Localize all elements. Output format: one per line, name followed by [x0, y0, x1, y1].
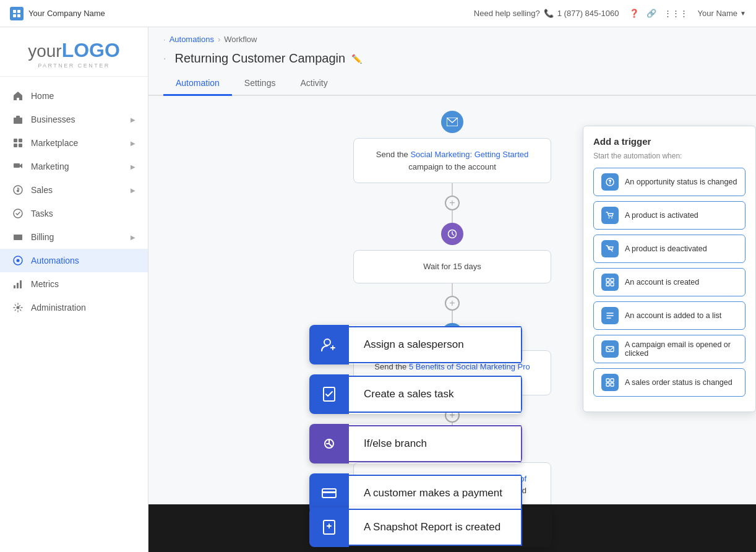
svg-rect-5: [16, 116, 20, 118]
home-icon: [12, 90, 24, 101]
sales-expand: ▶: [131, 187, 135, 194]
svg-rect-14: [14, 236, 22, 238]
question-icon[interactable]: ❓: [629, 9, 639, 18]
topbar: Your Company Name Need help selling? 📞 1…: [0, 0, 756, 27]
trigger-campaign-email-label: A campaign email is opened or clicked: [625, 340, 737, 358]
connector-top: [441, 111, 463, 138]
main-content: · Automations › Workflow · Returning Cus…: [148, 27, 756, 552]
sidebar-item-home[interactable]: Home: [0, 84, 148, 108]
sidebar-item-automations[interactable]: Automations: [0, 249, 148, 272]
snapshot-report-button[interactable]: A Snapshot Report is created: [309, 507, 552, 547]
trigger-product-activated[interactable]: A product is activated: [593, 201, 745, 230]
sidebar-logo: yourLOGO PARTNER CENTER: [0, 27, 148, 77]
assign-salesperson-button[interactable]: Assign a salesperson: [309, 325, 522, 364]
sidebar-item-billing[interactable]: Billing ▶: [0, 225, 148, 249]
user-chevron: ▼: [740, 10, 746, 17]
action-overlays: Assign a salesperson Create a sales task: [309, 325, 522, 513]
sidebar-item-tasks[interactable]: Tasks: [0, 202, 148, 225]
metrics-icon: [12, 278, 24, 290]
businesses-expand: ▶: [131, 116, 135, 123]
step1-icon-circle: [441, 111, 463, 133]
edit-title-icon[interactable]: ✏️: [351, 54, 362, 64]
svg-rect-7: [19, 139, 22, 142]
trigger-product-deactivated-label: A product is deactivated: [625, 244, 707, 253]
tab-settings[interactable]: Settings: [232, 72, 288, 96]
add-btn-2[interactable]: +: [445, 296, 460, 311]
assign-salesperson-label: Assign a salesperson: [349, 326, 522, 363]
trigger-campaign-email[interactable]: A campaign email is opened or clicked: [593, 335, 745, 363]
sidebar-item-businesses[interactable]: Businesses ▶: [0, 108, 148, 131]
customer-payment-label: A customer makes a payment: [349, 475, 522, 512]
svg-rect-34: [611, 379, 614, 382]
assign-salesperson-icon: [309, 325, 349, 364]
create-sales-task-label: Create a sales task: [349, 376, 522, 413]
create-sales-task-button[interactable]: Create a sales task: [309, 374, 522, 414]
trigger-product-deactivated[interactable]: A product is deactivated: [593, 235, 745, 263]
sales-icon: [12, 184, 24, 196]
trigger-opp-status[interactable]: An opportunity status is changed: [593, 168, 745, 196]
svg-rect-1: [17, 10, 20, 13]
svg-point-16: [17, 259, 20, 262]
trigger-account-created[interactable]: An account is created: [593, 268, 745, 296]
trigger-account-list-label: An account is added to a list: [625, 311, 721, 320]
sidebar-item-metrics[interactable]: Metrics: [0, 272, 148, 296]
administration-icon: [12, 302, 24, 313]
partner-center-label: PARTNER CENTER: [10, 63, 138, 69]
trigger-product-activated-label: A product is activated: [625, 211, 698, 220]
sidebar-item-marketplace[interactable]: Marketplace ▶: [0, 131, 148, 155]
sidebar-item-marketing[interactable]: Marketing ▶: [0, 155, 148, 178]
grid-icon[interactable]: ⋮⋮⋮: [664, 9, 688, 18]
billing-expand: ▶: [131, 234, 135, 241]
marketplace-icon: [12, 137, 24, 149]
svg-rect-0: [13, 10, 16, 13]
nav-label-administration: Administration: [31, 303, 86, 313]
tab-automation[interactable]: Automation: [163, 72, 232, 96]
svg-rect-19: [20, 280, 22, 288]
nav-label-billing: Billing: [31, 232, 54, 242]
line-2b: [452, 311, 453, 323]
breadcrumb-separator: ·: [163, 35, 166, 44]
user-name: Your Name: [698, 9, 738, 18]
trigger-panel-subtitle: Start the automation when:: [593, 152, 745, 160]
trigger-opp-status-label: An opportunity status is changed: [625, 178, 737, 186]
create-sales-task-icon: [309, 374, 349, 414]
link-icon[interactable]: 🔗: [646, 9, 656, 18]
sidebar-item-sales[interactable]: Sales ▶: [0, 178, 148, 202]
add-btn-1[interactable]: +: [445, 196, 460, 210]
nav-label-businesses: Businesses: [31, 114, 75, 124]
svg-rect-31: [611, 283, 614, 286]
svg-rect-29: [611, 278, 614, 282]
connector-2: +: [445, 283, 460, 323]
trigger-opp-status-icon: [601, 173, 619, 191]
step2-text: Wait for 15 days: [423, 262, 481, 271]
svg-rect-2: [13, 14, 16, 17]
if-else-branch-button[interactable]: If/else branch: [309, 424, 522, 464]
breadcrumb-automations[interactable]: Automations: [170, 35, 214, 44]
step1-link[interactable]: Social Marketing: Getting Started: [410, 150, 528, 159]
trigger-panel: Add a trigger Start the automation when:…: [583, 126, 756, 412]
nav-label-sales: Sales: [31, 185, 53, 195]
step1-prefix: Send the: [376, 150, 411, 159]
sidebar-item-administration[interactable]: Administration: [0, 296, 148, 319]
svg-rect-18: [17, 283, 19, 288]
layout: yourLOGO PARTNER CENTER Home Businesses …: [0, 0, 756, 552]
svg-rect-35: [606, 383, 609, 386]
trigger-sales-order[interactable]: A sales order status is changed: [593, 368, 745, 397]
trigger-sales-order-icon: [601, 374, 619, 391]
phone-number: 1 (877) 845-1060: [557, 9, 619, 18]
topbar-left: Your Company Name: [10, 7, 105, 20]
snapshot-report-label: A Snapshot Report is created: [349, 509, 522, 546]
page-header: · Returning Customer Campagin ✏️: [148, 51, 756, 66]
trigger-account-list[interactable]: An account is added to a list: [593, 301, 745, 330]
topbar-right: Need help selling? 📞 1 (877) 845-1060 ❓ …: [474, 9, 746, 18]
svg-rect-8: [14, 144, 17, 147]
tasks-icon: [12, 208, 24, 219]
svg-rect-17: [14, 285, 15, 288]
topbar-user[interactable]: Your Name ▼: [698, 9, 746, 18]
svg-rect-9: [19, 144, 22, 147]
svg-rect-6: [14, 139, 17, 142]
marketing-icon: [12, 161, 24, 172]
tab-activity[interactable]: Activity: [288, 72, 340, 96]
breadcrumb-arrow: ›: [218, 35, 220, 44]
bottom-action-overlays: A Snapshot Report is created An opportun…: [309, 507, 552, 552]
